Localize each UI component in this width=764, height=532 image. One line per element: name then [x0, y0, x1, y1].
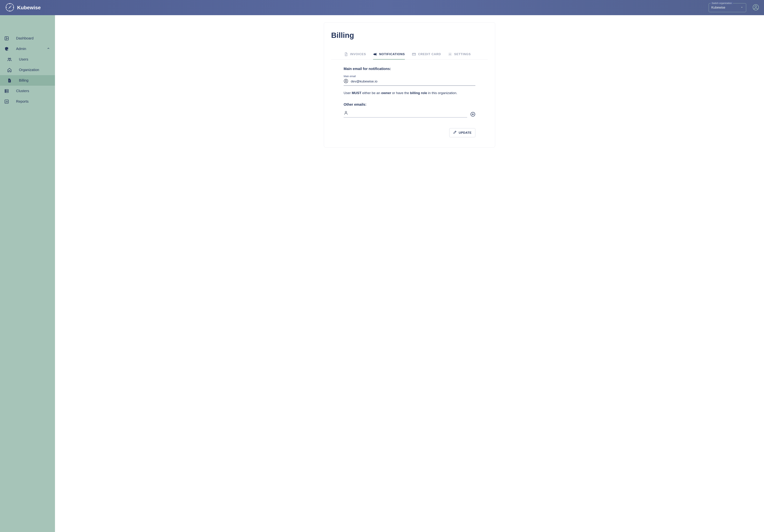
- server-icon: [4, 89, 9, 93]
- svg-point-13: [8, 58, 9, 59]
- svg-point-18: [6, 90, 6, 90]
- org-switch-label: Switch organization: [711, 2, 733, 4]
- tab-credit-card[interactable]: CREDIT CARD: [412, 50, 441, 60]
- svg-point-9: [755, 6, 757, 7]
- sidebar-item-label: Users: [19, 57, 28, 62]
- sidebar-item-organization[interactable]: Organization: [0, 65, 55, 75]
- helper-text: User MUST either be an owner or have the…: [344, 91, 476, 95]
- tab-notifications[interactable]: NOTIFICATIONS: [373, 50, 405, 60]
- svg-point-12: [7, 50, 8, 50]
- svg-point-19: [6, 91, 6, 92]
- main-content: Billing $ INVOICES NOTIFICATIONS: [55, 15, 764, 532]
- users-icon: [7, 57, 12, 62]
- page-title: Billing: [331, 31, 488, 40]
- org-switch-value: Kubewise: [711, 6, 740, 9]
- svg-point-14: [10, 58, 11, 59]
- sidebar: Dashboard Admin: [0, 15, 55, 532]
- sidebar-item-label: Organization: [19, 68, 39, 72]
- other-emails-heading: Other emails:: [344, 102, 476, 106]
- svg-point-23: [450, 54, 451, 55]
- sidebar-item-dashboard[interactable]: Dashboard: [0, 33, 55, 44]
- svg-point-7: [9, 7, 10, 8]
- svg-rect-22: [412, 53, 416, 56]
- notifications-section: Main email for notifications: Main email…: [331, 67, 488, 117]
- sidebar-item-reports[interactable]: Reports: [0, 96, 55, 107]
- billing-tabs: $ INVOICES NOTIFICATIONS CR: [331, 50, 488, 60]
- sidebar-item-users[interactable]: Users: [0, 54, 55, 65]
- update-button[interactable]: UPDATE: [449, 128, 476, 137]
- sidebar-item-label: Clusters: [16, 89, 29, 93]
- app-header: Kubewise Switch organization Kubewise: [0, 0, 764, 15]
- update-button-label: UPDATE: [459, 131, 472, 135]
- svg-text:$: $: [9, 80, 10, 82]
- main-email-label: Main email: [344, 75, 476, 78]
- svg-point-25: [345, 80, 347, 81]
- sidebar-item-label: Admin: [16, 47, 26, 51]
- tab-label: NOTIFICATIONS: [379, 53, 405, 56]
- home-icon: [7, 68, 12, 72]
- caret-down-icon: [740, 6, 743, 10]
- billing-card: Billing $ INVOICES NOTIFICATIONS: [324, 22, 495, 147]
- tab-settings[interactable]: SETTINGS: [448, 50, 471, 60]
- add-email-button[interactable]: [471, 112, 476, 117]
- sidebar-item-label: Reports: [16, 99, 29, 103]
- sidebar-item-billing[interactable]: $ Billing: [0, 75, 55, 86]
- invoice-icon: $: [7, 78, 12, 83]
- svg-text:$: $: [346, 54, 346, 56]
- main-email-field[interactable]: Main email: [344, 74, 476, 86]
- admin-shield-icon: [4, 47, 9, 51]
- org-switch-select[interactable]: Switch organization Kubewise: [709, 3, 746, 12]
- sidebar-item-clusters[interactable]: Clusters: [0, 86, 55, 96]
- chart-icon: [4, 99, 9, 104]
- brand-name: Kubewise: [17, 5, 41, 11]
- person-circle-icon: [344, 79, 348, 84]
- brand-logo[interactable]: Kubewise: [5, 3, 41, 13]
- sidebar-item-label: Dashboard: [16, 36, 34, 40]
- dashboard-icon: [4, 36, 9, 41]
- other-email-input[interactable]: [351, 111, 467, 115]
- tab-invoices[interactable]: $ INVOICES: [344, 50, 366, 60]
- svg-point-26: [345, 111, 347, 113]
- sidebar-item-label: Billing: [19, 79, 28, 83]
- main-email-input[interactable]: [351, 80, 476, 84]
- other-email-field[interactable]: [344, 109, 467, 117]
- main-email-heading: Main email for notifications:: [344, 67, 476, 71]
- compass-icon: [5, 3, 15, 13]
- pencil-icon: [453, 130, 457, 135]
- account-icon[interactable]: [753, 4, 759, 11]
- sidebar-item-admin[interactable]: Admin: [0, 44, 55, 54]
- chevron-up-icon: [47, 47, 50, 51]
- tab-label: SETTINGS: [454, 53, 471, 56]
- tab-label: INVOICES: [350, 53, 366, 56]
- person-outline-icon: [344, 110, 348, 116]
- tab-label: CREDIT CARD: [418, 53, 441, 56]
